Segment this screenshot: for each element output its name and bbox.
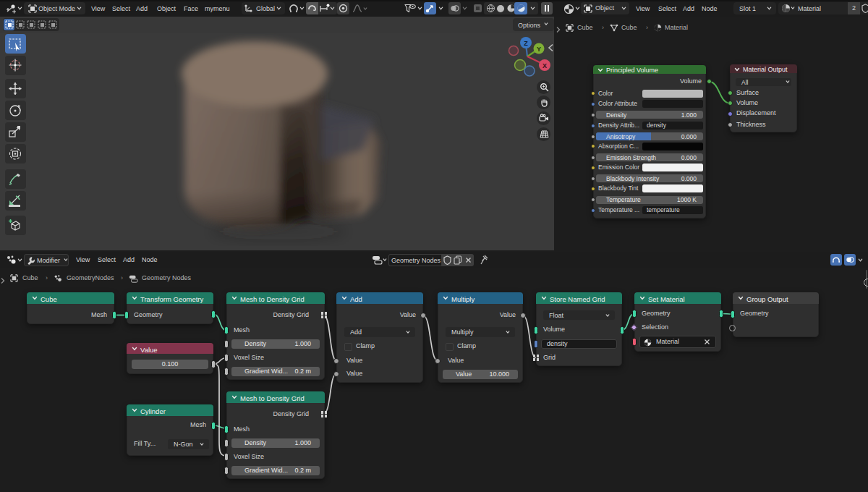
svg-text:Z: Z: [524, 40, 528, 47]
svg-text:Y: Y: [537, 46, 541, 53]
svg-text:X: X: [542, 62, 547, 69]
